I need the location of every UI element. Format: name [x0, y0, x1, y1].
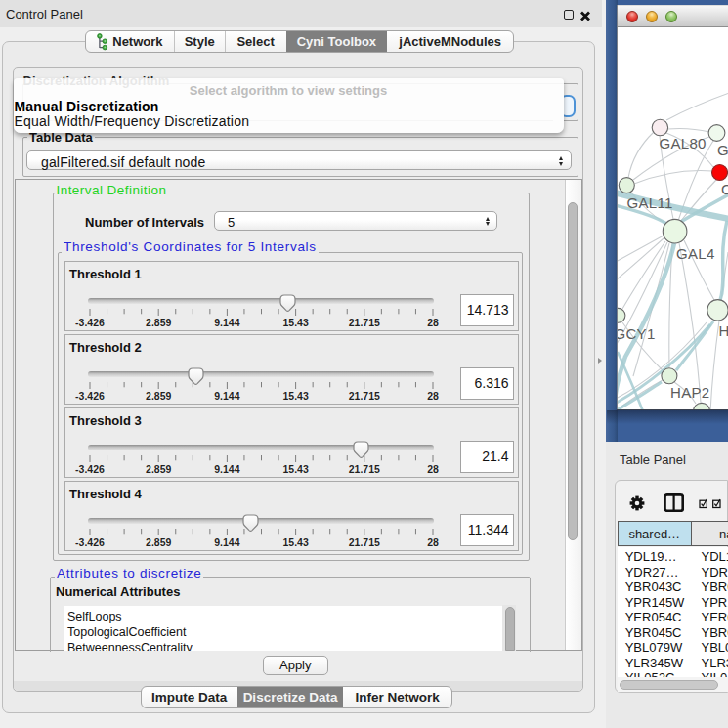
svg-text:GA: GA [717, 142, 728, 158]
svg-text:GAL80: GAL80 [660, 135, 707, 151]
svg-text:HAP2: HAP2 [670, 384, 709, 401]
svg-text:GCY1: GCY1 [618, 325, 656, 342]
svg-text:GAL11: GAL11 [627, 194, 673, 211]
svg-text:C: C [721, 181, 728, 197]
svg-text:H: H [719, 322, 728, 339]
svg-text:GAL4: GAL4 [676, 245, 715, 262]
